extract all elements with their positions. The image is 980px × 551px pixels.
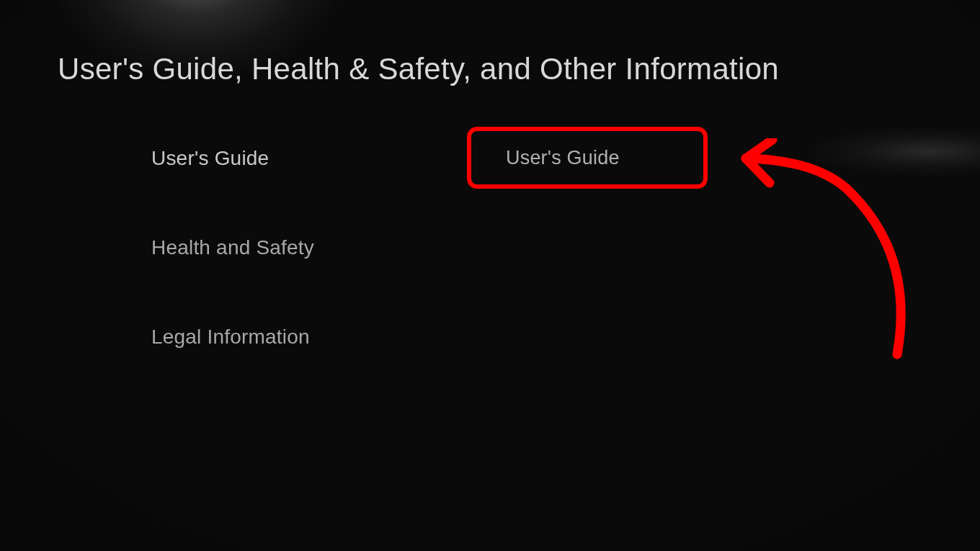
users-guide-button-label: User's Guide <box>506 147 620 169</box>
sidebar-item-users-guide[interactable]: User's Guide <box>151 138 314 179</box>
annotation-arrow-icon <box>713 138 922 383</box>
sidebar-item-label: Legal Information <box>151 326 310 348</box>
sidebar-nav: User's Guide Health and Safety Legal Inf… <box>151 138 314 406</box>
users-guide-button[interactable]: User's Guide <box>471 131 703 184</box>
sidebar-item-label: User's Guide <box>151 147 269 169</box>
background-glow <box>728 108 980 194</box>
sidebar-item-legal[interactable]: Legal Information <box>151 317 314 357</box>
page-title: User's Guide, Health & Safety, and Other… <box>58 52 779 86</box>
sidebar-item-label: Health and Safety <box>151 236 314 259</box>
sidebar-item-health-safety[interactable]: Health and Safety <box>151 228 314 268</box>
